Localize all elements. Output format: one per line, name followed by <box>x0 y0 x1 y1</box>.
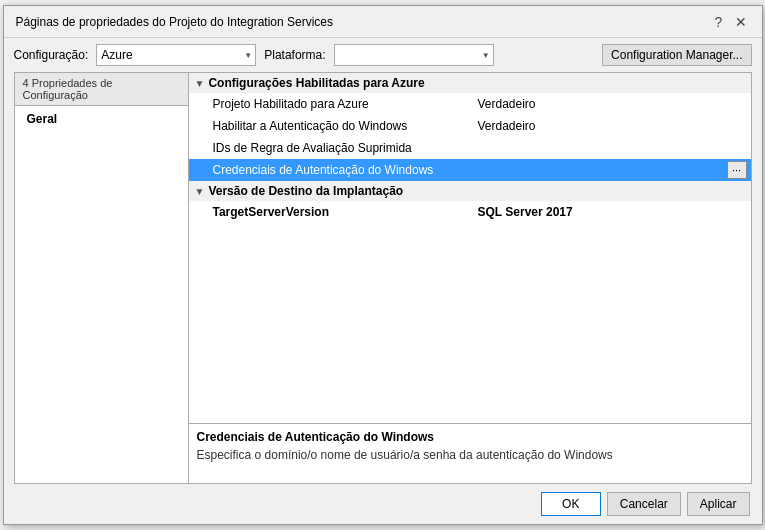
config-manager-button[interactable]: Configuration Manager... <box>602 44 751 66</box>
prop-row-projeto[interactable]: Projeto Habilitado para Azure Verdadeiro <box>189 93 751 115</box>
prop-name-projeto: Projeto Habilitado para Azure <box>213 97 478 111</box>
help-button[interactable]: ? <box>710 13 728 31</box>
sidebar-item-general[interactable]: Geral <box>15 106 188 132</box>
description-panel: Credenciais de Autenticação do Windows E… <box>189 423 751 483</box>
description-title: Credenciais de Autenticação do Windows <box>197 430 743 444</box>
platform-select-wrapper: ▼ <box>334 44 494 66</box>
prop-value-autenticacao: Verdadeiro <box>478 119 743 133</box>
description-text: Especifica o domínio/o nome de usuário/a… <box>197 448 743 462</box>
left-panel: 4 Propriedades de Configuração Geral <box>14 72 189 484</box>
left-panel-header: 4 Propriedades de Configuração <box>15 73 188 106</box>
config-label: Configuração: <box>14 48 89 62</box>
prop-row-ids[interactable]: IDs de Regra de Avaliação Suprimida <box>189 137 751 159</box>
config-select[interactable]: Azure <box>96 44 256 66</box>
prop-row-target[interactable]: TargetServerVersion SQL Server 2017 <box>189 201 751 223</box>
platform-select[interactable] <box>334 44 494 66</box>
prop-name-target: TargetServerVersion <box>213 205 478 219</box>
ok-button[interactable]: OK <box>541 492 601 516</box>
prop-row-autenticacao[interactable]: Habilitar a Autenticação do Windows Verd… <box>189 115 751 137</box>
prop-value-projeto: Verdadeiro <box>478 97 743 111</box>
config-select-wrapper: Azure ▼ <box>96 44 256 66</box>
title-bar: Páginas de propriedades do Projeto do In… <box>4 6 762 38</box>
dots-button[interactable]: ··· <box>727 161 747 179</box>
group-deploy-label: Versão de Destino da Implantação <box>208 184 403 198</box>
group-azure-label: Configurações Habilitadas para Azure <box>208 76 424 90</box>
footer: OK Cancelar Aplicar <box>4 484 762 524</box>
group-azure-header: ▼ Configurações Habilitadas para Azure <box>189 73 751 93</box>
content-area: 4 Propriedades de Configuração Geral ▼ C… <box>4 72 762 484</box>
group-deploy-header: ▼ Versão de Destino da Implantação <box>189 181 751 201</box>
chevron-down-icon-2: ▼ <box>195 186 205 197</box>
prop-row-credenciais[interactable]: Credenciais de Autenticação do Windows ·… <box>189 159 751 181</box>
cancel-button[interactable]: Cancelar <box>607 492 681 516</box>
right-panel: ▼ Configurações Habilitadas para Azure P… <box>189 72 752 484</box>
chevron-down-icon: ▼ <box>195 78 205 89</box>
apply-button[interactable]: Aplicar <box>687 492 750 516</box>
properties-area: ▼ Configurações Habilitadas para Azure P… <box>189 73 751 423</box>
toolbar: Configuração: Azure ▼ Plataforma: ▼ Conf… <box>4 38 762 72</box>
close-button[interactable]: ✕ <box>732 13 750 31</box>
prop-name-ids: IDs de Regra de Avaliação Suprimida <box>213 141 478 155</box>
prop-name-autenticacao: Habilitar a Autenticação do Windows <box>213 119 478 133</box>
main-dialog: Páginas de propriedades do Projeto do In… <box>3 5 763 525</box>
prop-name-credenciais: Credenciais de Autenticação do Windows <box>213 163 478 177</box>
title-controls: ? ✕ <box>710 13 750 31</box>
dialog-title: Páginas de propriedades do Projeto do In… <box>16 15 334 29</box>
prop-value-target: SQL Server 2017 <box>478 205 743 219</box>
platform-label: Plataforma: <box>264 48 325 62</box>
